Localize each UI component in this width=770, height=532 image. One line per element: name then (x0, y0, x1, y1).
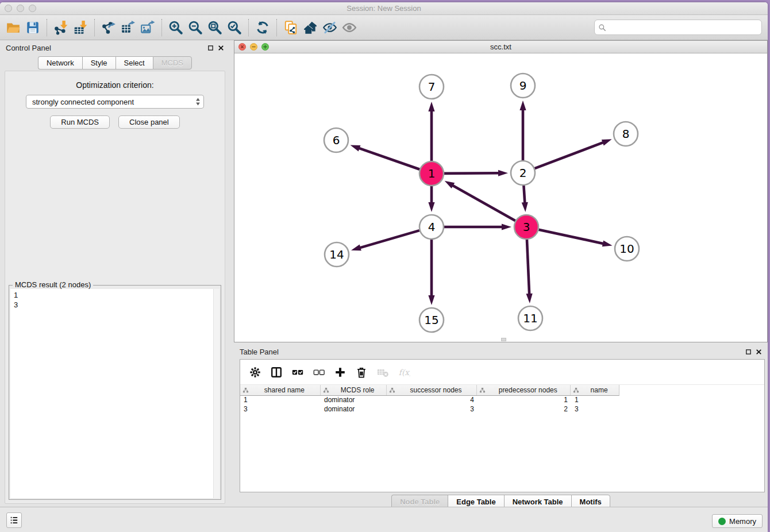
graph-edge-3-10[interactable] (538, 230, 612, 247)
network-canvas[interactable]: 7968124314101511 (234, 53, 767, 342)
zoom-out-button[interactable] (186, 18, 205, 37)
column-header-shared-name[interactable]: shared name (240, 385, 321, 395)
table-cell[interactable]: 1 (478, 396, 571, 405)
graph-node-7[interactable]: 7 (419, 75, 444, 99)
table-cell[interactable]: 1 (240, 396, 321, 405)
graph-node-15[interactable]: 15 (419, 308, 444, 332)
tab-mcds[interactable]: MCDS (153, 56, 192, 70)
graph-edge-1-2[interactable] (444, 170, 508, 176)
zoom-selected-button[interactable] (225, 18, 244, 37)
graph-edge-4-3[interactable] (444, 223, 511, 230)
column-header-MCDS-role[interactable]: MCDS role (321, 385, 387, 395)
graph-edge-2-3[interactable] (522, 186, 528, 212)
control-panel-header: Control Panel (0, 40, 230, 55)
open-session-button[interactable] (3, 18, 23, 37)
new-network-from-selection-button[interactable] (281, 18, 301, 37)
graph-edge-2-8[interactable] (535, 139, 612, 168)
graph-edge-1-4[interactable] (428, 186, 434, 212)
table-cell[interactable]: 3 (571, 405, 619, 414)
function-builder-button: f(x) (395, 363, 413, 381)
optimization-criterion-select[interactable]: strongly connected component (26, 95, 204, 109)
float-panel-icon[interactable] (207, 45, 214, 51)
table-options-button[interactable] (246, 363, 264, 381)
node-table-body: 1dominator4113dominator323 (240, 396, 764, 414)
refresh-layout-button[interactable] (253, 18, 272, 37)
toggle-split-view-button[interactable] (267, 363, 286, 381)
graph-node-11[interactable]: 11 (518, 306, 542, 330)
table-cell[interactable]: 3 (240, 405, 321, 414)
tab-select[interactable]: Select (116, 56, 153, 70)
run-mcds-button[interactable]: Run MCDS (50, 115, 110, 129)
save-session-button[interactable] (23, 18, 43, 37)
graph-node-14[interactable]: 14 (325, 242, 349, 267)
tab-network[interactable]: Network (38, 56, 82, 70)
export-image-button[interactable] (138, 18, 157, 37)
hide-selected-button[interactable] (320, 18, 340, 37)
graph-node-2[interactable]: 2 (511, 161, 535, 185)
table-cell[interactable]: 3 (387, 405, 478, 414)
add-column-button[interactable] (331, 363, 349, 381)
import-table-button[interactable] (71, 18, 90, 37)
app-window: Session: New Session Control Panel Netwo… (0, 2, 768, 532)
table-cell[interactable]: 2 (478, 405, 571, 414)
export-network-button[interactable] (99, 18, 118, 37)
first-neighbors-button[interactable] (301, 18, 320, 37)
export-table-button[interactable] (118, 18, 138, 37)
search-input[interactable] (609, 23, 758, 32)
table-cell[interactable]: dominator (321, 396, 387, 405)
graph-edge-2-9[interactable] (519, 101, 526, 160)
svg-text:14: 14 (329, 248, 344, 261)
float-table-panel-icon[interactable] (745, 349, 752, 355)
graph-node-3[interactable]: 3 (514, 215, 538, 239)
close-panel-icon[interactable] (218, 45, 224, 51)
table-cell[interactable]: 1 (571, 396, 619, 405)
list-menu-icon (9, 515, 19, 525)
show-all-button[interactable] (340, 18, 359, 37)
zoom-out-icon (188, 20, 203, 35)
tree-icon (479, 387, 486, 394)
graph-edge-4-14[interactable] (351, 230, 419, 250)
table-cell[interactable]: dominator (321, 405, 387, 414)
table-row[interactable]: 3dominator323 (240, 405, 764, 414)
select-all-rows-button[interactable] (288, 363, 307, 381)
graph-edge-1-7[interactable] (428, 102, 434, 161)
column-header-predecessor-nodes[interactable]: predecessor nodes (477, 385, 571, 395)
zoom-in-button[interactable] (166, 18, 186, 37)
network-close-button[interactable] (238, 43, 246, 51)
import-network-button[interactable] (51, 18, 71, 37)
graph-edge-1-6[interactable] (351, 145, 420, 169)
network-window-title: scc.txt (234, 43, 767, 51)
column-header-name[interactable]: name (571, 385, 619, 395)
table-cell[interactable]: 4 (387, 396, 478, 405)
graph-node-1[interactable]: 1 (419, 161, 444, 186)
graph-edge-3-1[interactable] (445, 181, 515, 221)
mcds-result-scrollbar[interactable] (213, 289, 220, 498)
delete-column-button[interactable] (352, 363, 371, 381)
close-panel-button[interactable]: Close panel (118, 115, 180, 129)
status-menu-button[interactable] (6, 512, 22, 528)
graph-edge-3-11[interactable] (526, 240, 533, 303)
table-row[interactable]: 1dominator411 (240, 396, 764, 405)
memory-button[interactable]: Memory (712, 514, 763, 528)
node-table-header: shared nameMCDS rolesuccessor nodesprede… (240, 385, 619, 396)
network-maximize-button[interactable] (261, 43, 269, 51)
search-box[interactable] (594, 20, 762, 35)
zoom-in-icon (168, 20, 183, 35)
column-header-successor-nodes[interactable]: successor nodes (387, 385, 478, 395)
graph-node-10[interactable]: 10 (615, 237, 639, 261)
graph-node-9[interactable]: 9 (511, 74, 535, 98)
hide-selected-icon (322, 20, 337, 35)
zoom-fit-button[interactable] (205, 18, 225, 37)
new-network-from-selection-icon (283, 20, 298, 35)
graph-node-4[interactable]: 4 (419, 215, 444, 239)
deselect-all-rows-button[interactable] (310, 363, 328, 381)
refresh-layout-icon (255, 20, 270, 35)
pane-resize-handle[interactable] (501, 338, 506, 341)
close-table-panel-icon[interactable] (756, 349, 762, 355)
graph-node-6[interactable]: 6 (324, 128, 348, 152)
tab-style[interactable]: Style (82, 56, 116, 70)
network-minimize-button[interactable] (250, 43, 257, 51)
graph-node-8[interactable]: 8 (614, 122, 638, 146)
mcds-result-text[interactable]: 1 3 (10, 289, 220, 498)
graph-edge-4-15[interactable] (428, 240, 434, 305)
